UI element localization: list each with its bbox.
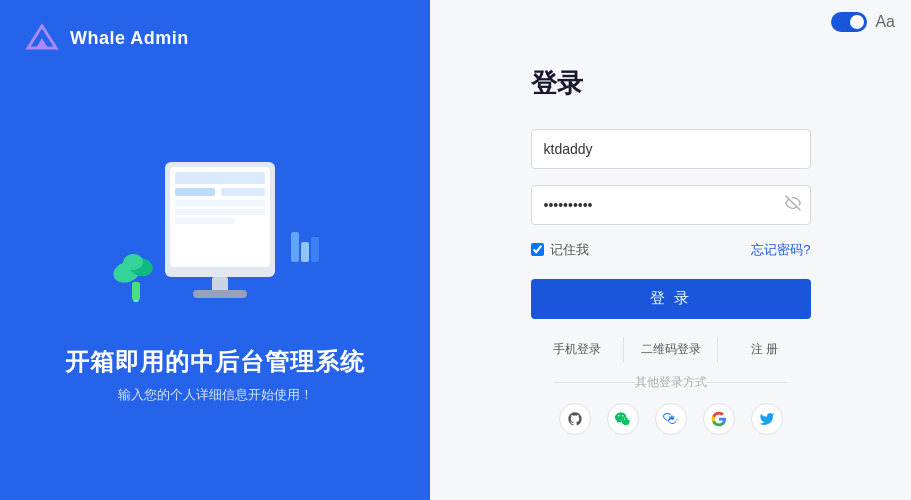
remember-me-label[interactable]: 记住我 [531,241,589,259]
svg-marker-1 [36,38,48,48]
svg-rect-19 [193,290,247,298]
alt-methods: 手机登录 二维码登录 注 册 [531,337,811,362]
form-title: 登录 [531,66,811,101]
header: Whale Admin [0,0,430,76]
other-methods-label: 其他登录方式 [531,374,811,391]
register-btn[interactable]: 注 册 [718,337,811,362]
login-form: 登录 记住我 忘记密码? 登 录 手机登录 二维码登录 注 [531,66,811,435]
logo-text: Whale Admin [70,28,189,49]
svg-rect-14 [175,218,235,224]
plant-left [110,253,154,302]
phone-login-btn[interactable]: 手机登录 [531,337,625,362]
github-icon[interactable] [559,403,591,435]
monitor-illustration [105,152,325,322]
logo-icon [24,20,60,56]
left-panel: Whale Admin [0,0,430,500]
password-wrapper [531,185,811,225]
remember-me-checkbox[interactable] [531,243,544,256]
tagline: 开箱即用的中后台管理系统 [65,346,365,378]
svg-rect-9 [175,172,265,184]
wechat-icon[interactable] [607,403,639,435]
remember-me-text: 记住我 [550,241,589,259]
password-input[interactable] [531,185,811,225]
svg-rect-17 [311,237,319,262]
right-panel: Aа 登录 记住我 忘记密码? 登 录 手机登录 [430,0,911,500]
forgot-password-link[interactable]: 忘记密码? [751,241,810,259]
qrcode-login-btn[interactable]: 二维码登录 [624,337,718,362]
form-options: 记住我 忘记密码? [531,241,811,259]
social-icons [531,403,811,435]
twitter-icon[interactable] [751,403,783,435]
top-controls: Aа [831,12,895,32]
lang-icon[interactable]: Aа [875,13,895,31]
eye-icon[interactable] [785,195,801,215]
svg-rect-6 [132,282,140,300]
svg-rect-12 [175,200,265,206]
subtitle: 输入您的个人详细信息开始使用！ [118,386,313,404]
svg-rect-11 [221,188,265,196]
svg-rect-13 [175,209,265,215]
alipay-icon[interactable] [655,403,687,435]
theme-toggle[interactable] [831,12,867,32]
svg-rect-15 [291,232,299,262]
login-button[interactable]: 登 录 [531,279,811,319]
google-icon[interactable] [703,403,735,435]
username-input[interactable] [531,129,811,169]
svg-rect-10 [175,188,215,196]
svg-rect-16 [301,242,309,262]
illustration-area: 开箱即用的中后台管理系统 输入您的个人详细信息开始使用！ [0,76,430,500]
